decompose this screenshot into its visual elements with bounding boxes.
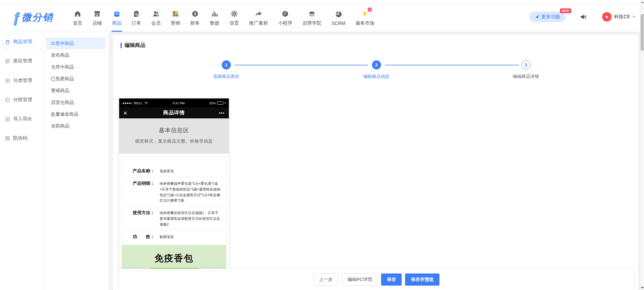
page-title-text: 编辑商品 [125,42,145,49]
field-row-product-detail: 产品明细： 纳米香囊超声雾化器*1台+雾化液*2盒+甘草干姜植物饮品*1罐+藿香… [122,177,226,206]
nav-label: 营销 [171,20,180,26]
nav-label: 店铺 [92,20,102,26]
field-row-effect: 功 效： 黏膜免疫 [122,230,226,243]
nav-label: 服务市场 [355,20,374,26]
mobile-preview: ●●●●○ BELL 4:21 PM 22% × 商品详情 ••• 基本信息区 … [119,98,229,271]
submenu-item-publish[interactable]: 发布商品 [44,49,109,61]
sidebar-item-anticounterfeit-code[interactable]: 防伪码 [5,134,27,142]
nav-item-academy[interactable]: 启博学院 [302,0,321,32]
class-manage-icon [5,78,10,84]
account-name: 科技CE [614,14,630,20]
market-icon: H [360,9,369,18]
nav-item-settings[interactable]: 设置 [230,0,239,32]
submenu-item-batch-edit[interactable]: 批量修改商品 [44,108,109,120]
more-dots-icon: ••• [211,111,225,115]
market-badge: H [368,7,372,12]
field-value: 免疫香包 [160,168,221,174]
nav-item-miniprogram[interactable]: 小程序 [278,0,292,32]
step-connector-1 [235,65,368,65]
avatar: ♥ [602,12,612,22]
previous-step-button[interactable]: 上一步 [313,273,339,286]
goods-icon [112,9,121,18]
phone-carrier: ●●●●○ BELL [123,101,148,105]
goods-manage-icon [5,39,10,45]
svg-text:¥: ¥ [194,12,196,16]
step-2-circle: 2 [372,60,381,69]
nav-label: 小程序 [278,20,292,26]
chevron-down-icon [633,14,636,18]
field-value: 纳米香囊的使用方法见视频1，甘草干姜和藿香陈皮搭配香芬仪的使用方法见视频2 [160,210,221,227]
phone-navbar: × 商品详情 ••• [119,107,229,118]
new-badge: NEW [560,8,571,13]
nav-item-data[interactable]: 数据 [210,0,219,32]
field-label: 产品名称： [133,168,160,174]
sidebar-item-class-manage[interactable]: 分类管理 [5,77,32,85]
field-value: 纳米香囊超声雾化器*1台+雾化液*2盒+甘草干姜植物饮品*1罐+藿香陈皮植物饮品… [160,180,221,203]
step-1-select-category[interactable]: 1 选择商品类目 [213,60,239,80]
sidebar-item-goods-manage[interactable]: 商品管理 [5,38,32,46]
bottom-action-bar: 上一步 编辑PC详情 保存 保存并预览 [119,269,634,290]
field-label: 产品明细： [133,180,160,203]
sidebar-item-group-manage[interactable]: 分组管理 [5,96,32,104]
save-and-preview-button[interactable]: 保存并预览 [405,273,439,286]
app-logo[interactable]: ƒ 微分销 [12,3,59,32]
save-button[interactable]: 保存 [381,273,402,286]
sidebar-item-label: 类目管理 [13,58,32,64]
step-1-label: 选择商品类目 [213,74,239,80]
logo-icon: ƒ [12,11,20,24]
step-2-edit-info[interactable]: 2 编辑商品信息 [363,60,390,80]
basic-info-placeholder: 基本信息区 固定样式，显示商品主图、价格等信息 [119,118,229,154]
home-icon [73,9,82,18]
scrm-icon [334,10,343,19]
nav-item-goods[interactable]: 商品 [112,0,122,32]
step-connector-2 [385,65,519,65]
step-1-circle: 1 [222,60,231,69]
step-3-edit-detail[interactable]: 3 编辑商品详情 [513,60,539,80]
scrollbar-thumb[interactable] [641,14,644,51]
group-manage-icon [5,97,10,103]
header-right-cluster: 更多功能 NEW ♥ 科技CE [529,2,635,32]
nav-item-promote[interactable]: 推广素材 [249,0,268,32]
nav-item-market[interactable]: H 服务市场 [355,0,374,32]
announcement-speaker-icon[interactable] [580,13,587,21]
nav-item-finance[interactable]: ¥ 财务 [190,0,200,32]
submenu-item-alert-goods[interactable]: 警戒商品 [44,85,109,96]
top-navbar: ƒ 微分销 首页 店铺 商品 [0,0,644,32]
product-banner: 免疫香包 伴疫时代的时尚新宠 [122,245,226,271]
field-label: 使用方法： [133,210,160,227]
sidebar-item-label: 导入导出 [13,116,32,122]
nav-item-scrm[interactable]: SCRM [331,0,345,32]
account-menu[interactable]: ♥ 科技CE [602,12,635,22]
miniprogram-icon [281,9,290,18]
settings-icon [230,9,239,18]
sidebar-item-category-manage[interactable]: 类目管理 [5,57,32,65]
product-detail-card: 产品名称： 免疫香包 产品明细： 纳米香囊超声雾化器*1台+雾化液*2盒+甘草干… [122,156,226,271]
submenu-item-on-sale[interactable]: 出售中商品 [46,37,105,49]
edit-pc-detail-button[interactable]: 编辑PC详情 [342,273,378,286]
submenu-item-all-goods[interactable]: 全部商品 [44,120,109,132]
vertical-scrollbar[interactable] [640,0,644,290]
scroll-down-arrow[interactable] [641,287,644,289]
sidebar-item-import-export[interactable]: 导入导出 [5,115,32,123]
step-3-label: 编辑商品详情 [513,74,539,80]
submenu-item-in-warehouse[interactable]: 仓库中商品 [44,61,109,73]
nav-item-shop[interactable]: 店铺 [92,0,102,32]
import-export-icon [5,116,10,122]
submenu-item-sold-out[interactable]: 已售罄商品 [44,73,109,85]
scroll-up-arrow[interactable] [641,1,644,3]
nav-label: 首页 [73,20,82,26]
nav-label: 数据 [210,20,219,26]
submenu-item-stock-warehouse[interactable]: 启货仓商品 [44,96,109,108]
nav-item-order[interactable]: 订单 [132,0,141,32]
nav-item-home[interactable]: 首页 [73,0,82,32]
left-sidebar: 商品管理 类目管理 分类管理 分组管理 导入导出 防伪码 [0,32,44,290]
nav-item-marketing[interactable]: 营销 [171,0,180,32]
order-icon [132,9,141,18]
more-features-label: 更多功能 [541,14,560,20]
nav-item-member[interactable]: 会员 [151,0,161,32]
step-3-circle: 3 [521,60,531,69]
step-2-label: 编辑商品信息 [363,74,390,80]
nav-label: 财务 [190,20,200,26]
basic-info-desc: 固定样式，显示商品主图、价格等信息 [119,138,229,144]
more-features-button[interactable]: 更多功能 NEW [529,11,566,22]
